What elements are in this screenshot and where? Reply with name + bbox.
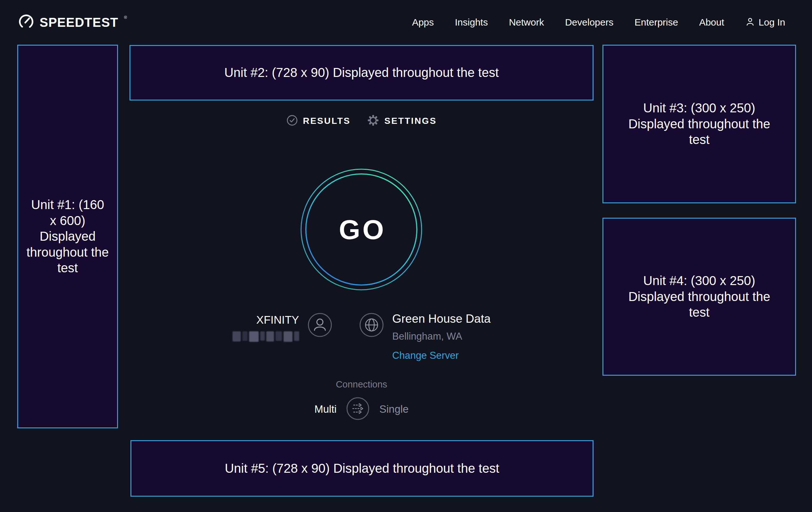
connections-section: Connections Multi Single	[129, 379, 593, 422]
speedtest-logo[interactable]: SPEEDTEST ®	[18, 14, 127, 31]
ad-unit-5[interactable]: Unit #5: (728 x 90) Displayed throughout…	[130, 440, 593, 497]
user-icon	[745, 17, 755, 28]
connections-multi-option[interactable]: Multi	[315, 403, 337, 415]
go-button[interactable]: GO	[300, 168, 423, 291]
ad-unit-2[interactable]: Unit #2: (728 x 90) Displayed throughout…	[129, 45, 593, 101]
tab-settings-label: SETTINGS	[384, 116, 437, 126]
isp-ip-redacted	[232, 331, 299, 342]
tab-results[interactable]: RESULTS	[286, 115, 351, 127]
ad-unit-3[interactable]: Unit #3: (300 x 250) Displayed throughou…	[603, 45, 796, 203]
ad-unit-1[interactable]: Unit #1: (160 x 600) Displayed throughou…	[17, 45, 118, 428]
gauge-icon	[18, 14, 34, 31]
nav-item-apps[interactable]: Apps	[412, 17, 434, 28]
host-info-row: XFINITY	[129, 311, 593, 361]
globe-icon	[359, 313, 384, 339]
gear-icon	[367, 114, 379, 128]
connections-single-option[interactable]: Single	[379, 403, 409, 415]
isp-block: XFINITY	[232, 311, 332, 342]
isp-name: XFINITY	[256, 314, 299, 326]
nav-item-developers[interactable]: Developers	[565, 17, 614, 28]
multi-connections-icon[interactable]	[346, 397, 370, 422]
nav-item-about[interactable]: About	[699, 17, 724, 28]
server-name: Green House Data	[392, 313, 491, 326]
login-button[interactable]: Log In	[745, 17, 785, 28]
server-block: Green House Data Bellingham, WA Change S…	[359, 311, 491, 361]
nav-item-network[interactable]: Network	[509, 17, 544, 28]
nav-item-enterprise[interactable]: Enterprise	[634, 17, 678, 28]
header: SPEEDTEST ® Apps Insights Network Develo…	[0, 0, 812, 45]
change-server-link[interactable]: Change Server	[392, 350, 459, 361]
nav-item-insights[interactable]: Insights	[455, 17, 488, 28]
logo-trademark: ®	[124, 15, 127, 20]
server-location: Bellingham, WA	[392, 331, 462, 342]
isp-user-icon	[308, 313, 332, 339]
ad-unit-4[interactable]: Unit #4: (300 x 250) Displayed throughou…	[603, 218, 796, 376]
connections-label: Connections	[336, 379, 387, 390]
logo-text: SPEEDTEST	[39, 15, 118, 30]
tab-results-label: RESULTS	[303, 116, 351, 126]
tabs-bar: RESULTS SETTINGS	[129, 114, 593, 128]
login-label: Log In	[759, 17, 785, 28]
tab-settings[interactable]: SETTINGS	[367, 114, 437, 128]
go-label: GO	[300, 168, 423, 291]
main-nav: Apps Insights Network Developers Enterpr…	[412, 17, 785, 28]
check-circle-icon	[286, 115, 298, 127]
